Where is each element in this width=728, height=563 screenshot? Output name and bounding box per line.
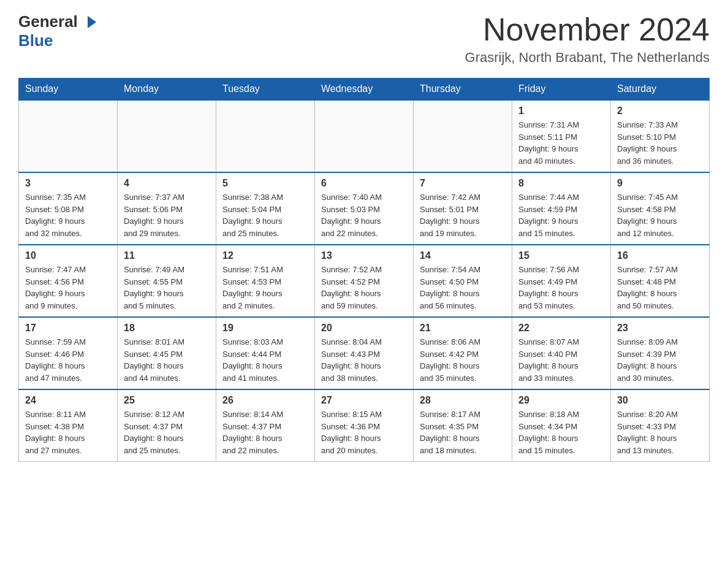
calendar-cell: 24Sunrise: 8:11 AMSunset: 4:38 PMDayligh… [19,389,118,462]
calendar-cell: 8Sunrise: 7:44 AMSunset: 4:59 PMDaylight… [512,172,611,245]
day-number: 15 [518,250,604,261]
calendar-cell: 15Sunrise: 7:56 AMSunset: 4:49 PMDayligh… [512,245,611,317]
day-info: Sunrise: 7:35 AMSunset: 5:08 PMDaylight:… [25,191,111,239]
day-number: 18 [124,323,210,334]
calendar-cell: 19Sunrise: 8:03 AMSunset: 4:44 PMDayligh… [216,317,315,389]
calendar-header-row: SundayMondayTuesdayWednesdayThursdayFrid… [19,79,710,101]
day-info: Sunrise: 8:01 AMSunset: 4:45 PMDaylight:… [124,336,210,384]
calendar-cell: 21Sunrise: 8:06 AMSunset: 4:42 PMDayligh… [414,317,512,389]
day-number: 8 [518,178,604,189]
day-info: Sunrise: 8:14 AMSunset: 4:37 PMDaylight:… [222,408,308,456]
day-info: Sunrise: 8:17 AMSunset: 4:35 PMDaylight:… [420,408,506,456]
day-info: Sunrise: 8:12 AMSunset: 4:37 PMDaylight:… [124,408,210,456]
calendar-header-friday: Friday [512,79,611,101]
logo-general-text: General [18,12,78,31]
calendar-cell: 23Sunrise: 8:09 AMSunset: 4:39 PMDayligh… [611,317,710,389]
day-number: 4 [124,178,210,189]
day-info: Sunrise: 7:59 AMSunset: 4:46 PMDaylight:… [25,336,111,384]
calendar-header-monday: Monday [118,79,216,101]
title-block: November 2024 Grasrijk, North Brabant, T… [465,12,710,66]
logo-blue-text: Blue [18,31,53,50]
day-info: Sunrise: 8:11 AMSunset: 4:38 PMDaylight:… [25,408,111,456]
day-info: Sunrise: 7:57 AMSunset: 4:48 PMDaylight:… [617,264,703,312]
calendar-cell: 20Sunrise: 8:04 AMSunset: 4:43 PMDayligh… [315,317,414,389]
day-info: Sunrise: 7:44 AMSunset: 4:59 PMDaylight:… [518,191,604,239]
calendar-cell: 27Sunrise: 8:15 AMSunset: 4:36 PMDayligh… [315,389,414,462]
day-number: 29 [518,395,604,406]
day-info: Sunrise: 8:09 AMSunset: 4:39 PMDaylight:… [617,336,703,384]
calendar-cell: 6Sunrise: 7:40 AMSunset: 5:03 PMDaylight… [315,172,414,245]
calendar-cell [118,100,216,172]
day-number: 17 [25,323,111,334]
calendar-cell: 1Sunrise: 7:31 AMSunset: 5:11 PMDaylight… [512,100,611,172]
day-number: 22 [518,323,604,334]
calendar-table: SundayMondayTuesdayWednesdayThursdayFrid… [18,78,710,462]
calendar-cell: 26Sunrise: 8:14 AMSunset: 4:37 PMDayligh… [216,389,315,462]
calendar-cell [315,100,414,172]
calendar-cell: 2Sunrise: 7:33 AMSunset: 5:10 PMDaylight… [611,100,710,172]
week-row-2: 3Sunrise: 7:35 AMSunset: 5:08 PMDaylight… [19,172,710,245]
calendar-cell: 29Sunrise: 8:18 AMSunset: 4:34 PMDayligh… [512,389,611,462]
day-number: 14 [420,250,506,261]
calendar-cell: 18Sunrise: 8:01 AMSunset: 4:45 PMDayligh… [118,317,216,389]
day-number: 26 [222,395,308,406]
svg-marker-0 [88,16,96,28]
day-info: Sunrise: 7:54 AMSunset: 4:50 PMDaylight:… [420,264,506,312]
week-row-4: 17Sunrise: 7:59 AMSunset: 4:46 PMDayligh… [19,317,710,389]
day-info: Sunrise: 7:33 AMSunset: 5:10 PMDaylight:… [617,119,703,167]
calendar-cell: 16Sunrise: 7:57 AMSunset: 4:48 PMDayligh… [611,245,710,317]
day-info: Sunrise: 7:42 AMSunset: 5:01 PMDaylight:… [420,191,506,239]
week-row-1: 1Sunrise: 7:31 AMSunset: 5:11 PMDaylight… [19,100,710,172]
calendar-cell [216,100,315,172]
calendar-cell: 7Sunrise: 7:42 AMSunset: 5:01 PMDaylight… [414,172,512,245]
day-info: Sunrise: 8:18 AMSunset: 4:34 PMDaylight:… [518,408,604,456]
day-info: Sunrise: 8:03 AMSunset: 4:44 PMDaylight:… [222,336,308,384]
calendar-cell: 11Sunrise: 7:49 AMSunset: 4:55 PMDayligh… [118,245,216,317]
calendar-cell: 30Sunrise: 8:20 AMSunset: 4:33 PMDayligh… [611,389,710,462]
day-number: 11 [124,250,210,261]
day-number: 23 [617,323,703,334]
calendar-cell: 22Sunrise: 8:07 AMSunset: 4:40 PMDayligh… [512,317,611,389]
day-info: Sunrise: 7:52 AMSunset: 4:52 PMDaylight:… [321,264,407,312]
day-info: Sunrise: 7:49 AMSunset: 4:55 PMDaylight:… [124,264,210,312]
calendar-cell: 25Sunrise: 8:12 AMSunset: 4:37 PMDayligh… [118,389,216,462]
day-number: 19 [222,323,308,334]
day-info: Sunrise: 8:07 AMSunset: 4:40 PMDaylight:… [518,336,604,384]
calendar-cell: 17Sunrise: 7:59 AMSunset: 4:46 PMDayligh… [19,317,118,389]
day-number: 13 [321,250,407,261]
day-number: 27 [321,395,407,406]
day-info: Sunrise: 7:31 AMSunset: 5:11 PMDaylight:… [518,119,604,167]
day-info: Sunrise: 7:47 AMSunset: 4:56 PMDaylight:… [25,264,111,312]
day-number: 25 [124,395,210,406]
day-number: 10 [25,250,111,261]
day-info: Sunrise: 7:40 AMSunset: 5:03 PMDaylight:… [321,191,407,239]
calendar-cell: 5Sunrise: 7:38 AMSunset: 5:04 PMDaylight… [216,172,315,245]
day-number: 16 [617,250,703,261]
day-info: Sunrise: 8:04 AMSunset: 4:43 PMDaylight:… [321,336,407,384]
day-number: 24 [25,395,111,406]
calendar-header-tuesday: Tuesday [216,79,315,101]
calendar-cell: 14Sunrise: 7:54 AMSunset: 4:50 PMDayligh… [414,245,512,317]
day-info: Sunrise: 8:15 AMSunset: 4:36 PMDaylight:… [321,408,407,456]
week-row-5: 24Sunrise: 8:11 AMSunset: 4:38 PMDayligh… [19,389,710,462]
week-row-3: 10Sunrise: 7:47 AMSunset: 4:56 PMDayligh… [19,245,710,317]
calendar-cell: 12Sunrise: 7:51 AMSunset: 4:53 PMDayligh… [216,245,315,317]
day-number: 6 [321,178,407,189]
calendar-cell: 28Sunrise: 8:17 AMSunset: 4:35 PMDayligh… [414,389,512,462]
day-info: Sunrise: 7:51 AMSunset: 4:53 PMDaylight:… [222,264,308,312]
month-title: November 2024 [465,12,710,47]
calendar-header-sunday: Sunday [19,79,118,101]
page-header: General Blue November 2024 Grasrijk, Nor… [18,12,710,66]
day-info: Sunrise: 8:06 AMSunset: 4:42 PMDaylight:… [420,336,506,384]
calendar-cell: 13Sunrise: 7:52 AMSunset: 4:52 PMDayligh… [315,245,414,317]
day-info: Sunrise: 7:45 AMSunset: 4:58 PMDaylight:… [617,191,703,239]
day-number: 30 [617,395,703,406]
day-number: 3 [25,178,111,189]
calendar-cell: 10Sunrise: 7:47 AMSunset: 4:56 PMDayligh… [19,245,118,317]
calendar-cell: 4Sunrise: 7:37 AMSunset: 5:06 PMDaylight… [118,172,216,245]
day-number: 1 [518,105,604,117]
day-number: 21 [420,323,506,334]
day-info: Sunrise: 7:38 AMSunset: 5:04 PMDaylight:… [222,191,308,239]
logo-flag-icon [79,16,96,28]
calendar-cell [19,100,118,172]
